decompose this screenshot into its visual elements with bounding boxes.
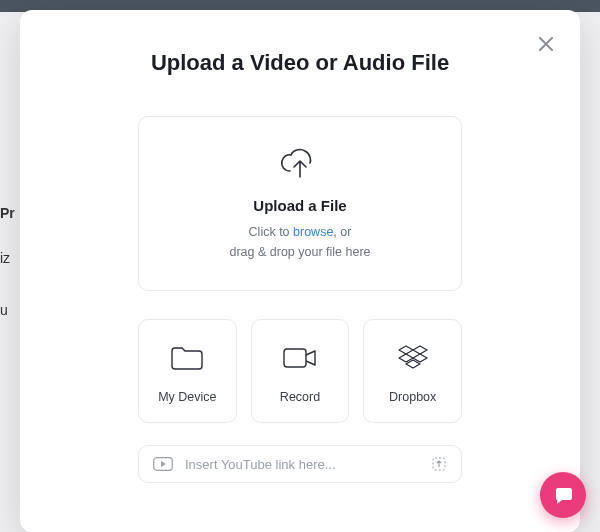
modal-title: Upload a Video or Audio File xyxy=(48,50,552,76)
bg-fragment: Pr xyxy=(0,205,15,221)
card-label: Dropbox xyxy=(389,390,436,404)
youtube-play-icon xyxy=(153,457,173,471)
dropzone-heading: Upload a File xyxy=(159,197,441,214)
upload-cloud-icon xyxy=(159,147,441,181)
browse-link[interactable]: browse xyxy=(293,225,333,239)
dropbox-icon xyxy=(397,340,429,376)
dropzone-hint: Click to browse, or drag & drop your fil… xyxy=(159,222,441,262)
hint-text: Click to xyxy=(249,225,293,239)
folder-icon xyxy=(170,340,204,376)
close-icon xyxy=(539,37,553,51)
my-device-card[interactable]: My Device xyxy=(138,319,237,423)
close-button[interactable] xyxy=(532,30,560,58)
hint-text: , or xyxy=(333,225,351,239)
video-camera-icon xyxy=(282,340,318,376)
source-cards: My Device Record Dropbox xyxy=(138,319,462,423)
card-label: My Device xyxy=(158,390,216,404)
card-label: Record xyxy=(280,390,320,404)
chat-icon xyxy=(552,484,574,506)
dropbox-card[interactable]: Dropbox xyxy=(363,319,462,423)
youtube-link-row xyxy=(138,445,462,483)
chat-fab[interactable] xyxy=(540,472,586,518)
bg-fragment: u xyxy=(0,302,8,318)
record-card[interactable]: Record xyxy=(251,319,350,423)
svg-rect-0 xyxy=(284,349,306,367)
hint-text: drag & drop your file here xyxy=(229,245,370,259)
bg-fragment: iz xyxy=(0,250,10,266)
upload-dropzone[interactable]: Upload a File Click to browse, or drag &… xyxy=(138,116,462,291)
youtube-link-input[interactable] xyxy=(185,457,419,472)
submit-icon[interactable] xyxy=(431,456,447,472)
upload-modal: Upload a Video or Audio File Upload a Fi… xyxy=(20,10,580,532)
